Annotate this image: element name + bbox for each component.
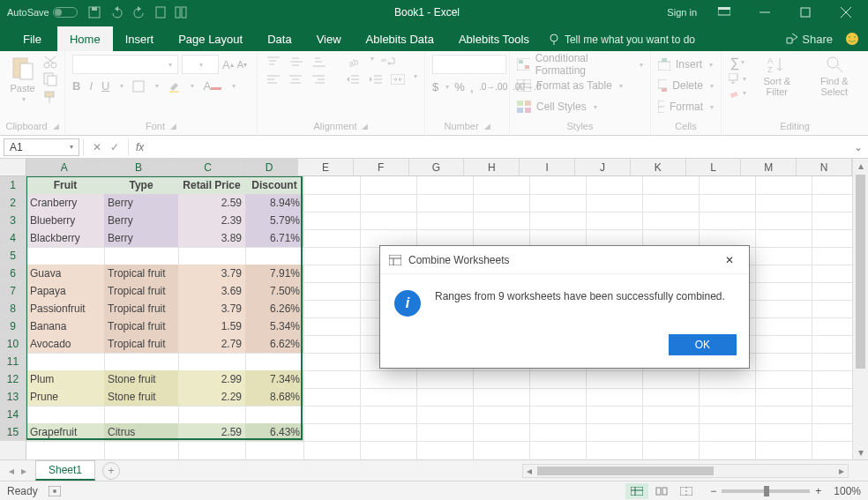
- scroll-thumb[interactable]: [856, 175, 865, 369]
- sheet-tab-active[interactable]: Sheet1: [35, 460, 95, 481]
- zoom-slider[interactable]: [722, 489, 810, 493]
- autosave-toggle[interactable]: AutoSave: [7, 7, 78, 18]
- cell[interactable]: Prune: [26, 388, 104, 406]
- dialog-launcher-icon[interactable]: ◢: [362, 122, 368, 131]
- view-page-layout-icon[interactable]: [650, 483, 673, 499]
- increase-indent-icon[interactable]: [367, 72, 385, 86]
- zoom-level[interactable]: 100%: [834, 485, 861, 497]
- dialog-close-icon[interactable]: ✕: [719, 250, 740, 271]
- format-as-table-button[interactable]: Format as Table▾: [517, 76, 643, 95]
- tab-data[interactable]: Data: [255, 26, 303, 51]
- insert-cells-button[interactable]: Insert▾: [658, 55, 714, 74]
- cell[interactable]: 6.62%: [245, 335, 303, 353]
- select-all-corner[interactable]: [0, 159, 26, 176]
- delete-cells-button[interactable]: Delete▾: [658, 76, 714, 95]
- row-header[interactable]: 2: [0, 194, 26, 212]
- column-header[interactable]: D: [241, 159, 298, 175]
- scroll-up-icon[interactable]: ▴: [853, 159, 868, 173]
- cell[interactable]: Retail Price: [178, 176, 245, 194]
- cell[interactable]: 2.99: [178, 370, 245, 388]
- view-page-break-icon[interactable]: [675, 483, 698, 499]
- expand-formula-bar-icon[interactable]: ⌄: [854, 141, 863, 153]
- align-bottom-icon[interactable]: [311, 55, 328, 69]
- cell[interactable]: Discount: [245, 176, 303, 194]
- cell[interactable]: [178, 247, 245, 265]
- cell[interactable]: Type: [104, 176, 178, 194]
- format-painter-icon[interactable]: [43, 90, 57, 104]
- column-header[interactable]: G: [409, 159, 465, 175]
- column-header[interactable]: C: [176, 159, 242, 175]
- row-header[interactable]: 12: [0, 370, 26, 388]
- underline-button[interactable]: U: [101, 79, 109, 93]
- scroll-down-icon[interactable]: ▾: [853, 445, 868, 459]
- decrease-font-icon[interactable]: A▾: [237, 55, 247, 74]
- cell[interactable]: Blackberry: [26, 229, 104, 247]
- row-header[interactable]: 3: [0, 212, 26, 229]
- row-header[interactable]: 4: [0, 229, 26, 247]
- macro-record-icon[interactable]: [49, 486, 61, 496]
- dialog-launcher-icon[interactable]: ◢: [170, 122, 176, 131]
- cell[interactable]: Cranberry: [26, 194, 104, 212]
- cell[interactable]: 6.43%: [245, 423, 303, 441]
- cell[interactable]: 2.59: [178, 194, 245, 212]
- sign-in-link[interactable]: Sign in: [667, 7, 697, 18]
- cell[interactable]: [26, 353, 104, 370]
- row-header[interactable]: 6: [0, 265, 26, 282]
- cell[interactable]: Tropical fruit: [104, 265, 178, 282]
- currency-icon[interactable]: $: [432, 80, 438, 93]
- cell[interactable]: 8.68%: [245, 388, 303, 406]
- find-select-button[interactable]: Find & Select: [808, 55, 861, 97]
- cell[interactable]: 5.34%: [245, 317, 303, 335]
- cell[interactable]: [178, 353, 245, 370]
- cell[interactable]: 3.69: [178, 282, 245, 300]
- column-header[interactable]: H: [464, 159, 520, 175]
- cell[interactable]: Papaya: [26, 282, 104, 300]
- cell[interactable]: Tropical fruit: [104, 300, 178, 317]
- column-header[interactable]: L: [686, 159, 742, 175]
- cell[interactable]: 3.79: [178, 300, 245, 317]
- fill-color-icon[interactable]: [168, 80, 180, 93]
- cell[interactable]: [26, 406, 104, 423]
- dialog-launcher-icon[interactable]: ◢: [53, 122, 59, 131]
- row-header[interactable]: 14: [0, 406, 26, 423]
- row-header[interactable]: 7: [0, 282, 26, 300]
- font-name-input[interactable]: ▾: [72, 55, 178, 74]
- cell[interactable]: [104, 353, 178, 370]
- number-format-select[interactable]: [432, 55, 506, 74]
- zoom-out-icon[interactable]: −: [710, 485, 716, 497]
- column-header[interactable]: F: [354, 159, 409, 175]
- tell-me[interactable]: Tell me what you want to do: [549, 34, 695, 51]
- row-header[interactable]: 8: [0, 300, 26, 317]
- cell[interactable]: Guava: [26, 265, 104, 282]
- cell[interactable]: Tropical fruit: [104, 335, 178, 353]
- cell[interactable]: [245, 353, 303, 370]
- tab-page-layout[interactable]: Page Layout: [166, 26, 255, 51]
- copy-icon[interactable]: [43, 72, 57, 86]
- column-header[interactable]: E: [298, 159, 354, 175]
- zoom-in-icon[interactable]: +: [815, 485, 821, 497]
- cell[interactable]: Blueberry: [26, 212, 104, 229]
- minimize-icon[interactable]: [752, 0, 778, 25]
- cell-styles-button[interactable]: Cell Styles▾: [517, 97, 643, 116]
- vertical-scrollbar[interactable]: ▴ ▾: [852, 159, 868, 459]
- conditional-formatting-button[interactable]: Conditional Formatting▾: [517, 55, 643, 74]
- tab-ablebits-tools[interactable]: Ablebits Tools: [446, 26, 542, 51]
- close-icon[interactable]: [833, 0, 859, 25]
- cell[interactable]: 2.59: [178, 423, 245, 441]
- cell[interactable]: Grapefruit: [26, 423, 104, 441]
- fx-label[interactable]: fx: [136, 141, 144, 153]
- tab-insert[interactable]: Insert: [113, 26, 167, 51]
- percent-icon[interactable]: %: [454, 80, 465, 93]
- row-header[interactable]: 9: [0, 317, 26, 335]
- maximize-icon[interactable]: [792, 0, 819, 25]
- tab-ablebits-data[interactable]: Ablebits Data: [354, 26, 446, 51]
- redo-icon[interactable]: [132, 6, 146, 19]
- row-header[interactable]: 10: [0, 335, 26, 353]
- clear-icon[interactable]: ▾: [729, 87, 746, 98]
- undo-icon[interactable]: [109, 6, 123, 19]
- ribbon-options-icon[interactable]: [711, 0, 737, 25]
- comma-icon[interactable]: ,: [470, 79, 474, 94]
- scroll-left-icon[interactable]: ◂: [523, 465, 535, 477]
- smiley-icon[interactable]: [845, 32, 859, 46]
- border-icon[interactable]: [132, 80, 145, 93]
